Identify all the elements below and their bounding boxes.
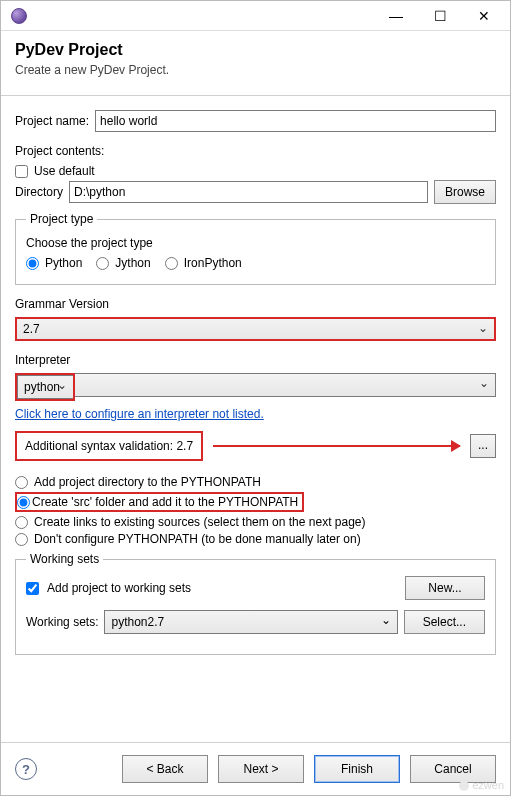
browse-button[interactable]: Browse [434, 180, 496, 204]
option-dont-configure-label: Don't configure PYTHONPATH (to be done m… [34, 532, 361, 546]
option-add-dir[interactable]: Add project directory to the PYTHONPATH [15, 475, 496, 489]
project-type-python-radio[interactable] [26, 257, 39, 270]
pythonpath-options: Add project directory to the PYTHONPATH … [15, 475, 496, 546]
grammar-value: 2.7 [23, 322, 40, 336]
wizard-subtitle: Create a new PyDev Project. [15, 63, 496, 77]
add-to-working-sets-checkbox[interactable] [26, 582, 39, 595]
project-type-legend: Project type [26, 212, 97, 226]
syntax-validation-row: Additional syntax validation: 2.7 ... [15, 431, 496, 461]
project-type-ironpython[interactable]: IronPython [165, 256, 242, 270]
option-add-dir-radio[interactable] [15, 476, 28, 489]
working-sets-legend: Working sets [26, 552, 103, 566]
option-create-src-label: Create 'src' folder and add it to the PY… [32, 495, 298, 509]
working-sets-new-button[interactable]: New... [405, 576, 485, 600]
minimize-button[interactable]: — [374, 1, 418, 30]
close-button[interactable]: ✕ [462, 1, 506, 30]
wizard-banner: PyDev Project Create a new PyDev Project… [1, 31, 510, 96]
project-name-row: Project name: [15, 110, 496, 132]
option-create-links-label: Create links to existing sources (select… [34, 515, 366, 529]
project-type-python-label: Python [45, 256, 82, 270]
directory-input[interactable] [69, 181, 428, 203]
interpreter-select[interactable] [75, 373, 496, 397]
working-sets-select-button[interactable]: Select... [404, 610, 485, 634]
wizard-title: PyDev Project [15, 41, 496, 59]
eclipse-icon [11, 8, 27, 24]
project-type-jython-radio[interactable] [96, 257, 109, 270]
directory-label: Directory [15, 185, 63, 199]
configure-interpreter-link[interactable]: Click here to configure an interpreter n… [15, 407, 264, 421]
project-type-options: Python Jython IronPython [26, 254, 485, 272]
project-type-jython[interactable]: Jython [96, 256, 150, 270]
working-sets-label: Working sets: [26, 615, 98, 629]
project-name-input[interactable] [95, 110, 496, 132]
choose-project-type-label: Choose the project type [26, 236, 485, 250]
interpreter-label: Interpreter [15, 353, 496, 367]
interpreter-value: python [24, 380, 60, 394]
option-create-src-radio[interactable] [17, 496, 30, 509]
syntax-validation-label: Additional syntax validation: 2.7 [15, 431, 203, 461]
maximize-button[interactable]: ☐ [418, 1, 462, 30]
titlebar: — ☐ ✕ [1, 1, 510, 31]
project-type-group: Project type Choose the project type Pyt… [15, 212, 496, 285]
wizard-content: Project name: Project contents: Use defa… [1, 96, 510, 669]
grammar-select[interactable]: 2.7 [15, 317, 496, 341]
cancel-button[interactable]: Cancel [410, 755, 496, 783]
working-sets-group: Working sets Add project to working sets… [15, 552, 496, 655]
project-type-python[interactable]: Python [26, 256, 82, 270]
project-name-label: Project name: [15, 114, 89, 128]
directory-row: Directory Browse [15, 180, 496, 204]
use-default-checkbox[interactable] [15, 165, 28, 178]
use-default-label: Use default [34, 164, 95, 178]
option-add-dir-label: Add project directory to the PYTHONPATH [34, 475, 261, 489]
wizard-footer: ? < Back Next > Finish Cancel [1, 742, 510, 795]
option-dont-configure[interactable]: Don't configure PYTHONPATH (to be done m… [15, 532, 496, 546]
option-create-src-wrap: Create 'src' folder and add it to the PY… [15, 492, 496, 512]
working-sets-select[interactable]: python2.7 [104, 610, 397, 634]
project-contents-heading: Project contents: [15, 144, 496, 158]
project-type-ironpython-radio[interactable] [165, 257, 178, 270]
grammar-label: Grammar Version [15, 297, 496, 311]
use-default-row: Use default [15, 164, 496, 178]
project-type-jython-label: Jython [115, 256, 150, 270]
add-to-working-sets-label: Add project to working sets [47, 581, 399, 595]
working-sets-add-row: Add project to working sets New... [26, 576, 485, 600]
help-button[interactable]: ? [15, 758, 37, 780]
syntax-validation-configure-button[interactable]: ... [470, 434, 496, 458]
annotation-arrow [213, 445, 460, 447]
working-sets-select-row: Working sets: python2.7 Select... [26, 610, 485, 634]
option-create-links[interactable]: Create links to existing sources (select… [15, 515, 496, 529]
working-sets-value: python2.7 [111, 615, 164, 629]
back-button[interactable]: < Back [122, 755, 208, 783]
next-button[interactable]: Next > [218, 755, 304, 783]
option-create-links-radio[interactable] [15, 516, 28, 529]
finish-button[interactable]: Finish [314, 755, 400, 783]
project-type-ironpython-label: IronPython [184, 256, 242, 270]
interpreter-select-highlight[interactable]: python [17, 375, 73, 399]
option-dont-configure-radio[interactable] [15, 533, 28, 546]
